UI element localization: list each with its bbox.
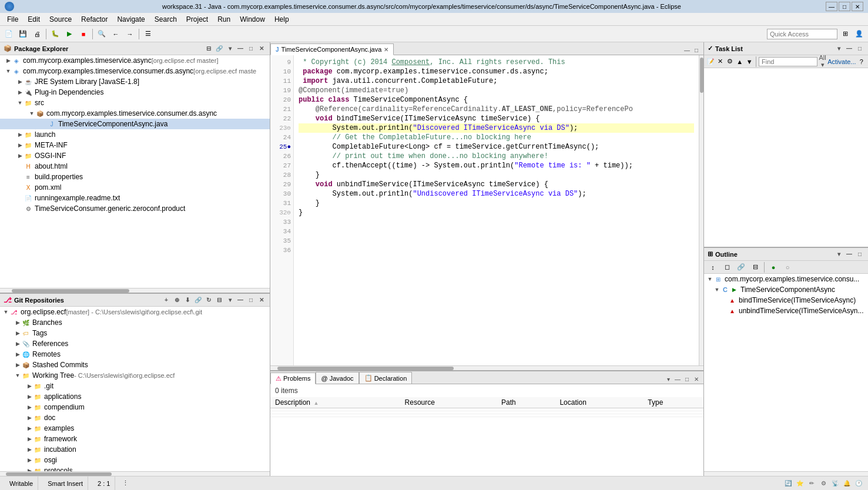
print-button[interactable]: 🖨	[31, 28, 43, 41]
collapse-all-icon[interactable]: ⊟	[215, 296, 224, 305]
outline-maximize-icon[interactable]: □	[855, 250, 864, 259]
list-item[interactable]: ▶ 📁 META-INF	[0, 140, 270, 150]
task-minimize-icon[interactable]: —	[844, 44, 854, 53]
editor-maximize-icon[interactable]: □	[692, 45, 701, 55]
minimize-button[interactable]: —	[826, 2, 837, 11]
menu-refactor[interactable]: Refactor	[76, 14, 112, 25]
list-item[interactable]: ▶ ◈ com.mycorp.examples.timeservice.asyn…	[0, 55, 270, 66]
col-description[interactable]: Description ▲	[270, 397, 400, 408]
menu-file[interactable]: File	[2, 14, 23, 25]
expand-arrow[interactable]: ▶	[14, 341, 21, 347]
outline-hide-fields-button[interactable]: ●	[767, 261, 780, 274]
list-item[interactable]: ▼ C ▶ TimeServiceComponentAsync	[704, 284, 868, 295]
new-button[interactable]: 📄	[2, 28, 15, 41]
quick-access-input[interactable]	[767, 29, 837, 39]
list-item[interactable]: ▶ ▲ unbindTimeService(ITimeServiceAsyn..…	[704, 306, 868, 316]
delete-task-button[interactable]: ✕	[716, 55, 724, 68]
close-view-icon[interactable]: ✕	[257, 44, 266, 53]
expand-arrow[interactable]: ▶	[16, 153, 24, 159]
git-repos-tree[interactable]: ▼ ⎇ org.eclipse.ecf [master] - C:\Users\…	[0, 307, 270, 471]
expand-arrow[interactable]: ▶	[14, 351, 21, 357]
outline-sort-button[interactable]: ↕	[706, 261, 719, 274]
menu-run[interactable]: Run	[213, 14, 235, 25]
forward-button[interactable]: →	[123, 28, 136, 41]
minimize-view-icon[interactable]: —	[236, 44, 245, 53]
status-icon-6[interactable]: 🔔	[842, 479, 852, 488]
list-item[interactable]: ▼ 📦 com.mycorp.examples.timeservice.cons…	[0, 108, 270, 119]
task-help-button[interactable]: ?	[857, 55, 866, 68]
list-item[interactable]: ▶ 📁 framework	[0, 434, 270, 444]
menu-icon[interactable]: ▾	[225, 44, 234, 53]
expand-arrow[interactable]: ▶	[26, 436, 33, 442]
code-h-scrollbar[interactable]	[270, 365, 703, 370]
menu-navigate[interactable]: Navigate	[112, 14, 149, 25]
menu-help[interactable]: Help	[270, 14, 294, 25]
git-maximize-icon[interactable]: □	[246, 296, 256, 305]
task-activate-label[interactable]: Activate...	[827, 58, 856, 65]
list-item[interactable]: ▼ 📁 Working Tree - C:\Users\slewis\git\o…	[0, 370, 270, 381]
list-item[interactable]: ▼ ◈ com.mycorp.examples.timeservice.cons…	[0, 66, 270, 76]
list-item[interactable]: ▶ 📁 compendium	[0, 402, 270, 412]
task-settings-button[interactable]: ⚙	[726, 55, 734, 68]
list-item[interactable]: ▶ X pom.xml	[0, 182, 270, 193]
expand-arrow[interactable]: ▼	[713, 287, 720, 293]
expand-arrow[interactable]: ▼	[16, 100, 24, 106]
expand-arrow[interactable]: ▶	[5, 58, 12, 63]
h-scrollbar[interactable]	[0, 288, 270, 293]
bottom-panel-minimize-icon[interactable]: —	[673, 374, 682, 384]
outline-h-scrollbar[interactable]	[704, 471, 868, 476]
clone-icon[interactable]: ⊕	[172, 296, 182, 305]
expand-arrow[interactable]: ▶	[26, 425, 33, 431]
status-icon-7[interactable]: 🕐	[854, 479, 863, 488]
list-item[interactable]: ▶ ⚙ TimeServiceConsumer.generic.zeroconf…	[0, 203, 270, 214]
open-perspective-button[interactable]: ⊞	[839, 28, 852, 41]
outline-link-button[interactable]: 🔗	[735, 261, 748, 274]
expand-arrow[interactable]: ▶	[26, 457, 33, 463]
list-item[interactable]: ▶ 🌐 Remotes	[0, 349, 270, 360]
status-icon-4[interactable]: ⚙	[819, 479, 828, 488]
expand-arrow[interactable]: ▼	[14, 372, 21, 378]
link-icon[interactable]: 🔗	[215, 44, 224, 53]
bottom-panel-menu-icon[interactable]: ▾	[663, 374, 673, 384]
status-icon-1[interactable]: 🔄	[783, 479, 793, 488]
list-item[interactable]: ▶ 📁 doc	[0, 412, 270, 423]
col-type[interactable]: Type	[643, 397, 703, 408]
expand-arrow[interactable]: ▶	[16, 79, 24, 85]
collapse-icon[interactable]: ⊟	[204, 44, 213, 53]
link-with-icon[interactable]: 🔗	[193, 296, 203, 305]
tab-problems[interactable]: ⚠ Problems	[270, 372, 316, 384]
list-item[interactable]: ▶ ≡ build.properties	[0, 172, 270, 182]
all-button[interactable]: All ▾	[819, 54, 826, 69]
task-down-button[interactable]: ▼	[745, 55, 753, 68]
v-scrollbar[interactable]	[699, 55, 703, 365]
back-button[interactable]: ←	[109, 28, 122, 41]
list-item[interactable]: ▶ ▲ bindTimeService(ITimeServiceAsync)	[704, 295, 868, 306]
debug-button[interactable]: 🐛	[49, 28, 62, 41]
status-icon-3[interactable]: ✏	[807, 479, 816, 488]
outline-tree[interactable]: ▼ ⊞ com.mycorp.examples.timeservice.cons…	[704, 274, 868, 471]
task-up-button[interactable]: ▲	[735, 55, 743, 68]
list-item[interactable]: ▶ 📁 examples	[0, 423, 270, 434]
package-explorer-tree[interactable]: ▶ ◈ com.mycorp.examples.timeservice.asyn…	[0, 55, 270, 288]
expand-arrow[interactable]: ▶	[26, 394, 33, 400]
list-item[interactable]: ▶ H about.html	[0, 161, 270, 172]
expand-arrow[interactable]: ▶	[26, 404, 33, 410]
editor-minimize-icon[interactable]: —	[682, 45, 692, 55]
col-location[interactable]: Location	[555, 397, 643, 408]
perspective-button[interactable]: ☰	[142, 28, 155, 41]
tab-timeservice[interactable]: J TimeServiceComponentAsync.java ✕	[270, 43, 394, 55]
list-item[interactable]: ▶ 📁 .git	[0, 381, 270, 391]
list-item[interactable]: ▶ 📁 OSGI-INF	[0, 150, 270, 161]
col-resource[interactable]: Resource	[400, 397, 497, 408]
list-item[interactable]: ▶ 📁 launch	[0, 129, 270, 140]
run-button[interactable]: ▶	[63, 28, 76, 41]
task-icon[interactable]: 👤	[853, 28, 866, 41]
git-minimize-icon[interactable]: —	[236, 296, 245, 305]
save-button[interactable]: 💾	[16, 28, 29, 41]
expand-arrow[interactable]: ▼	[5, 68, 12, 74]
outline-menu-icon[interactable]: ▾	[834, 250, 843, 259]
tab-close-button[interactable]: ✕	[384, 46, 388, 53]
tab-declaration[interactable]: 📋 Declaration	[359, 372, 413, 384]
stop-button[interactable]: ■	[77, 28, 90, 41]
expand-arrow[interactable]: ▼	[2, 309, 9, 315]
